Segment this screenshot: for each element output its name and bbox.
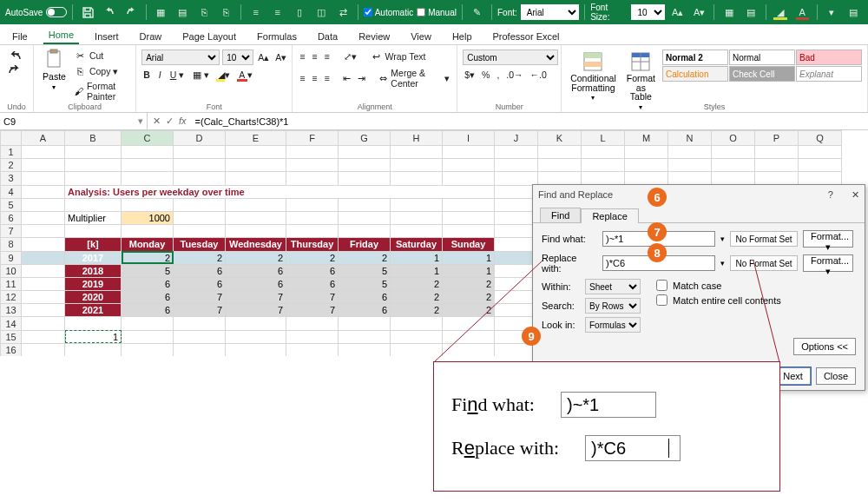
align-center-icon[interactable]: ≡ xyxy=(310,72,319,84)
cell[interactable] xyxy=(286,172,339,185)
merge-center-button[interactable]: ⇔Merge & Center ▾ xyxy=(377,67,451,89)
row-header[interactable]: 9 xyxy=(1,251,22,264)
cell[interactable] xyxy=(22,198,65,211)
fx-icon[interactable]: fx xyxy=(179,116,187,127)
cell[interactable] xyxy=(339,159,391,172)
cell[interactable] xyxy=(391,343,443,356)
cell[interactable] xyxy=(495,159,538,172)
font-size-select[interactable]: 10 xyxy=(631,4,665,20)
cell[interactable]: 6 xyxy=(122,277,174,290)
cell[interactable] xyxy=(495,172,538,185)
cell[interactable] xyxy=(286,330,339,343)
style-normal2[interactable]: Normal 2 xyxy=(662,50,728,65)
qat-icon[interactable]: ≡ xyxy=(247,3,265,22)
redo-icon[interactable] xyxy=(122,3,141,22)
row-header[interactable]: 10 xyxy=(1,264,22,277)
cell[interactable] xyxy=(22,146,65,159)
decrease-font-icon[interactable]: A▾ xyxy=(690,3,708,22)
cell[interactable]: 6 xyxy=(122,304,174,317)
cell[interactable] xyxy=(443,317,495,330)
row-header[interactable]: 4 xyxy=(1,185,22,198)
cell[interactable] xyxy=(391,172,443,185)
brush-icon[interactable]: ✎ xyxy=(468,3,486,22)
cell[interactable] xyxy=(495,198,538,211)
cell[interactable] xyxy=(668,159,712,172)
cell[interactable] xyxy=(174,146,226,159)
cell[interactable] xyxy=(226,172,286,185)
match-case-checkbox[interactable]: Match case xyxy=(656,280,781,291)
row-header[interactable]: 14 xyxy=(1,317,22,330)
row-header[interactable]: 1 xyxy=(1,146,22,159)
cell[interactable]: 2 xyxy=(286,251,339,264)
select-all-cell[interactable] xyxy=(1,131,22,146)
column-header[interactable]: P xyxy=(755,131,799,146)
cell[interactable] xyxy=(174,225,226,238)
manual-checkbox[interactable]: Manual xyxy=(417,8,457,17)
accounting-icon[interactable]: $▾ xyxy=(463,69,477,81)
cell[interactable] xyxy=(443,225,495,238)
cell[interactable]: 6 xyxy=(122,291,174,304)
fill-color-button[interactable]: ◢▾ xyxy=(216,69,232,81)
cell[interactable]: 2019 xyxy=(65,277,122,290)
enter-icon[interactable]: ✓ xyxy=(166,116,174,127)
cell[interactable]: [k] xyxy=(65,238,122,251)
align-top-icon[interactable]: ≡ xyxy=(298,50,306,63)
cell[interactable] xyxy=(226,146,286,159)
cancel-icon[interactable]: ✕ xyxy=(153,116,161,127)
cell[interactable] xyxy=(443,146,495,159)
cell[interactable]: 6 xyxy=(286,264,339,277)
cell[interactable] xyxy=(712,172,755,185)
within-select[interactable]: Sheet xyxy=(585,279,641,294)
cell[interactable] xyxy=(22,264,65,277)
cell[interactable]: 6 xyxy=(174,277,226,290)
align-left-icon[interactable]: ≡ xyxy=(298,72,306,84)
cell[interactable]: 1 xyxy=(443,264,495,277)
cell[interactable]: 7 xyxy=(174,304,226,317)
underline-button[interactable]: U ▾ xyxy=(168,69,187,81)
cell[interactable] xyxy=(122,330,174,343)
cell[interactable] xyxy=(538,146,582,159)
cell[interactable] xyxy=(22,185,65,198)
cell[interactable]: Wednesday xyxy=(226,238,286,251)
help-icon[interactable]: ? xyxy=(828,189,833,200)
cell[interactable] xyxy=(22,291,65,304)
cell[interactable] xyxy=(226,225,286,238)
column-header[interactable]: I xyxy=(443,131,495,146)
undo-icon[interactable] xyxy=(100,3,118,22)
cell[interactable]: 7 xyxy=(174,291,226,304)
cell[interactable] xyxy=(339,146,391,159)
cell[interactable] xyxy=(122,198,174,211)
tab-replace[interactable]: Replace xyxy=(581,208,638,223)
cell[interactable] xyxy=(174,211,226,224)
inc-decimal-icon[interactable]: .0→ xyxy=(504,69,524,81)
qat-icon[interactable]: ▤ xyxy=(741,3,760,22)
cell[interactable]: 6 xyxy=(226,264,286,277)
dec-decimal-icon[interactable]: ←.0 xyxy=(529,69,549,81)
cell[interactable] xyxy=(22,317,65,330)
cell[interactable] xyxy=(174,330,226,343)
cell[interactable] xyxy=(582,159,625,172)
cell[interactable] xyxy=(22,238,65,251)
cell[interactable] xyxy=(122,146,174,159)
cell[interactable] xyxy=(495,251,538,264)
cell[interactable] xyxy=(22,159,65,172)
row-header[interactable]: 15 xyxy=(1,330,22,343)
cell[interactable] xyxy=(286,146,339,159)
cell[interactable] xyxy=(174,317,226,330)
font-color-icon[interactable]: A xyxy=(793,3,812,22)
qat-icon[interactable]: ▤ xyxy=(174,3,192,22)
bold-button[interactable]: B xyxy=(141,69,152,81)
cell[interactable]: 6 xyxy=(339,291,391,304)
cell[interactable] xyxy=(174,198,226,211)
column-header[interactable]: C xyxy=(122,131,174,146)
cell[interactable] xyxy=(122,317,174,330)
cell[interactable]: 6 xyxy=(286,277,339,290)
font-size-select[interactable]: 10 xyxy=(222,50,253,65)
row-header[interactable]: 5 xyxy=(1,198,22,211)
search-select[interactable]: By Rows xyxy=(585,298,641,314)
tab-view[interactable]: View xyxy=(405,29,437,44)
cell[interactable]: 2021 xyxy=(65,304,122,317)
qat-icon[interactable]: ⎘ xyxy=(195,3,214,22)
copy-button[interactable]: ⎘Copy ▾ xyxy=(73,64,130,78)
column-header[interactable]: J xyxy=(495,131,538,146)
